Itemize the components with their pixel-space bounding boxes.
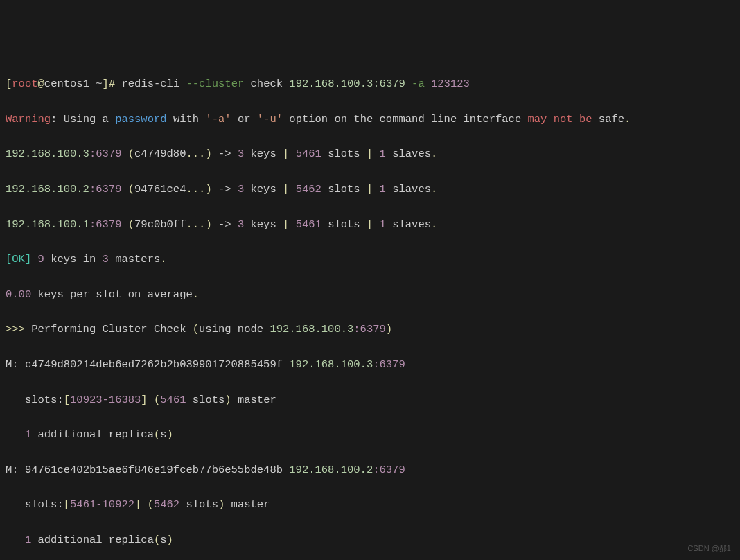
summary-line: 192.168.100.1:6379 (79c0b0ff...) -> 3 ke… xyxy=(6,216,734,234)
master-node: M: 94761ce402b15ae6f846e19fceb77b6e55bde… xyxy=(6,462,734,479)
avg-line: 0.00 keys per slot on average. xyxy=(6,286,734,304)
slots-line: slots:[10923-16383] (5461 slots) master xyxy=(6,392,734,409)
master-node: M: c4749d80214deb6ed7262b2b0399017208854… xyxy=(6,356,734,374)
bracket: [ xyxy=(6,78,12,90)
check: check xyxy=(244,78,289,90)
ok-badge: [OK] xyxy=(6,253,31,265)
flag: --cluster xyxy=(186,78,245,90)
chevron-icon: >>> xyxy=(6,323,25,335)
cmd: redis-cli xyxy=(122,78,186,90)
node-id: c4749d80214deb6ed7262b2b039901720885459f xyxy=(25,358,289,371)
target-addr: 192.168.100.3:6379 xyxy=(289,78,405,90)
path: ~ xyxy=(89,78,103,90)
password: 123123 xyxy=(431,78,470,90)
ok-line: [OK] 9 keys in 3 masters. xyxy=(6,251,734,268)
password-word: password xyxy=(115,113,166,125)
performing-line: >>> Performing Cluster Check (using node… xyxy=(6,321,734,338)
node-id: 94761ce402b15ae6f846e19fceb77b6e55bde48b xyxy=(25,464,289,476)
warning-label: Warning xyxy=(6,113,51,125)
host: centos1 xyxy=(44,78,89,90)
warning-line: Warning: Using a password with '-a' or '… xyxy=(6,111,734,128)
terminal-output: [root@centos1 ~]# redis-cli --cluster ch… xyxy=(6,58,734,560)
bracket: ] xyxy=(103,78,109,90)
hash: # xyxy=(109,78,122,90)
slots-line: slots:[5461-10922] (5462 slots) master xyxy=(6,496,734,514)
watermark: CSDN @郝1. xyxy=(687,540,733,557)
summary-line: 192.168.100.3:6379 (c4749d80...) -> 3 ke… xyxy=(6,146,734,163)
replica-line: 1 additional replica(s) xyxy=(6,532,734,549)
flag: -a xyxy=(405,78,431,90)
replica-line: 1 additional replica(s) xyxy=(6,426,734,444)
summary-line: 192.168.100.2:6379 (94761ce4...) -> 3 ke… xyxy=(6,181,734,198)
at: @ xyxy=(38,78,44,90)
prompt-line[interactable]: [root@centos1 ~]# redis-cli --cluster ch… xyxy=(6,76,734,93)
user: root xyxy=(12,78,37,90)
